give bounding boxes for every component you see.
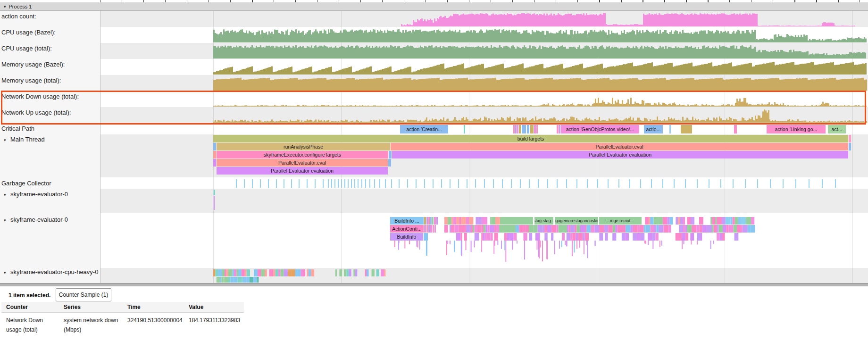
timeline-slice[interactable] (434, 225, 436, 233)
collapse-arrow-icon[interactable]: ▾ (4, 190, 10, 199)
track-label[interactable]: ▾Main Thread (0, 135, 99, 144)
timeline-slice[interactable] (534, 125, 536, 133)
timeline-slice[interactable] (557, 125, 559, 133)
track-label-text: skyframe-evaluator-0 (10, 191, 68, 198)
track-label[interactable]: Memory usage (Bazel): (0, 60, 99, 69)
collapse-arrow-icon[interactable]: ▾ (4, 135, 10, 144)
table-cell: 324190.51300000004 (127, 316, 189, 334)
timeline-slice[interactable] (430, 225, 432, 233)
timeline-slice[interactable] (849, 135, 851, 142)
timeline-slice[interactable] (433, 225, 434, 233)
timeline-slice[interactable] (428, 217, 430, 225)
timeline-slice[interactable]: Parallel Evaluator evaluation (217, 167, 388, 175)
timeline-slice[interactable] (426, 217, 428, 225)
timeline-slice[interactable] (500, 217, 533, 225)
track-label[interactable]: ▾skyframe-evaluator-0 (0, 190, 99, 199)
track-label-text: action count: (1, 13, 36, 20)
timeline-slice[interactable]: act... (828, 125, 846, 133)
process-title: Process 1 (9, 4, 32, 9)
timeline-slice[interactable] (213, 151, 216, 158)
table-row[interactable]: Network Down usage (total)system network… (1, 313, 244, 334)
table-header-cell[interactable]: Time (127, 302, 189, 313)
table-cell: 184.1793113323983 (189, 316, 244, 334)
timeline-slice[interactable]: skyframeExecutor.configureTargets (217, 151, 388, 158)
track-label[interactable]: CPU usage (Bazel): (0, 28, 99, 37)
panel-divider[interactable] (0, 283, 868, 286)
timeline-slice[interactable]: stag.stag... (534, 217, 553, 225)
timeline-slice[interactable] (214, 196, 215, 210)
track-label-text: skyframe-evaluator-0 (10, 216, 68, 223)
timeline-slice[interactable]: runAnalysisPhase (217, 143, 390, 150)
timeline-slice[interactable] (214, 190, 215, 195)
collapse-arrow-icon[interactable]: ▾ (4, 216, 10, 225)
timeline-slice[interactable]: actio... (644, 125, 663, 133)
timeline-slice[interactable] (527, 125, 529, 133)
timeline-slice[interactable] (430, 217, 432, 225)
table-header-cell[interactable]: Series (64, 302, 127, 313)
timeline-slice[interactable]: BuildInfo (390, 233, 423, 241)
timeline-slice[interactable]: Parallel Evaluator evaluation (392, 151, 848, 158)
timeline-slice[interactable] (434, 217, 436, 225)
timeline-slice[interactable] (681, 125, 692, 133)
timeline-slice[interactable] (669, 125, 671, 133)
timeline-slice[interactable]: ParallelEvaluator.eval (217, 159, 388, 167)
timeline-slice[interactable] (424, 225, 426, 233)
track-label-text: CPU usage (Bazel): (1, 29, 56, 36)
track-label[interactable]: Garbage Collector (0, 179, 99, 188)
process-header[interactable]: ▾ Process 1 (0, 2, 868, 11)
timeline-slice[interactable] (515, 125, 517, 133)
timeline-slice[interactable]: stagagemorestaganooslag... (555, 217, 598, 225)
timeline-slice[interactable] (517, 125, 518, 133)
table-cell: system network down (Mbps) (64, 316, 127, 334)
timeline-slice[interactable] (536, 125, 538, 133)
track-label[interactable]: action count: (0, 12, 99, 21)
timeline-slice[interactable] (436, 217, 438, 225)
timeline-slice[interactable] (522, 125, 526, 133)
timeline-slice[interactable]: ActionConti... (390, 225, 424, 233)
timeline-slice[interactable] (432, 217, 434, 225)
timeline-slice[interactable] (464, 125, 465, 133)
track-label[interactable]: ▾skyframe-evaluator-cpu-heavy-0 (0, 267, 99, 277)
timeline-slice[interactable] (388, 159, 391, 167)
timeline-slice[interactable] (426, 225, 428, 233)
tab-counter-sample[interactable]: Counter Sample (1) (56, 288, 111, 301)
timeline-slice[interactable] (734, 125, 737, 133)
table-cell: Network Down usage (total) (6, 316, 64, 334)
table-header-row: CounterSeriesTimeValue (1, 302, 244, 313)
timeline-slice[interactable] (499, 225, 515, 233)
table-header-cell[interactable]: Value (189, 302, 244, 313)
collapse-arrow-icon[interactable]: ▾ (4, 4, 6, 9)
timeline-slice[interactable] (519, 125, 521, 133)
timeline-slice[interactable]: action 'Linking go... (767, 125, 826, 133)
timeline-slice[interactable] (213, 143, 216, 150)
track-label[interactable]: CPU usage (total): (0, 44, 99, 53)
timeline-slice[interactable] (424, 217, 426, 225)
timeline-slice[interactable]: buildTargets (213, 135, 848, 142)
timeline-slice[interactable] (428, 225, 430, 233)
table-header-cell[interactable]: Counter (6, 302, 64, 313)
timeline-slice[interactable] (530, 125, 534, 133)
track-label-text: Memory usage (Bazel): (1, 61, 65, 68)
timeline-slice[interactable]: action 'Creatin... (400, 125, 448, 133)
track-label[interactable]: ▾skyframe-evaluator-0 (0, 215, 99, 225)
track-label-text: CPU usage (total): (1, 45, 52, 52)
timeline-slice[interactable] (213, 159, 216, 167)
timeline-slice[interactable] (389, 151, 392, 158)
timeline-slice[interactable]: ...inge.remot... (599, 217, 642, 225)
timeline-slice[interactable] (513, 125, 515, 133)
track-label-text: Main Thread (10, 136, 45, 143)
timeline-slice[interactable] (559, 125, 560, 133)
track-label[interactable]: Memory usage (total): (0, 76, 99, 85)
timeline-slice[interactable]: action 'GenObjcProtos video/... (561, 125, 639, 133)
details-panel: 1 item selected. Counter Sample (1) Coun… (0, 286, 868, 350)
timeline-slice[interactable] (424, 233, 428, 241)
timeline-slice[interactable]: BuildInfo ... (390, 217, 424, 225)
timeline[interactable]: action 'Creatin...action 'GenObjcProtos … (0, 0, 868, 283)
collapse-arrow-icon[interactable]: ▾ (4, 268, 10, 277)
timeline-slice[interactable] (426, 241, 427, 256)
track-label[interactable]: Critical Path (0, 124, 99, 133)
timeline-slice[interactable] (849, 143, 851, 150)
timeline-slice[interactable]: ParallelEvaluator.eval (391, 143, 848, 150)
counter-table: CounterSeriesTimeValueNetwork Down usage… (1, 302, 244, 348)
track-label-text: skyframe-evaluator-cpu-heavy-0 (10, 268, 98, 275)
